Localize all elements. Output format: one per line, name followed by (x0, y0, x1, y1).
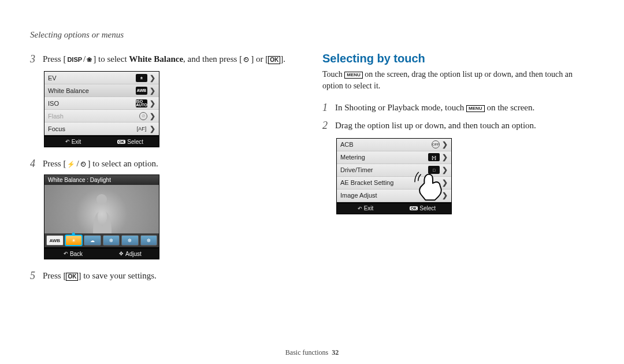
chevron-right-icon: ❯ (442, 191, 448, 199)
menu-row-white-balance: White Balance AWB ❯ (44, 84, 159, 97)
wb-chip: ❆ (140, 235, 158, 246)
ok-button-icon: OK (268, 56, 280, 64)
menu-row-metering: Metering [•] ❯ (337, 151, 451, 164)
flash-off-icon: ⊘ (139, 112, 147, 120)
wb-chip-daylight: ☀ (65, 235, 83, 246)
step-num-1: 1 (322, 101, 330, 115)
wb-title: White Balance : Daylight (44, 175, 159, 185)
timer-icon: ⏲ (79, 161, 88, 168)
adjust-icon: ✥ (119, 251, 124, 257)
chevron-right-icon: ❯ (150, 87, 155, 95)
menu-button-icon: MENU (344, 72, 363, 79)
wb-chip: ❆ (121, 235, 139, 246)
menu-row-iso: ISO ISO AUTO ❯ (44, 97, 159, 110)
timer-icon: ⏲ (242, 56, 251, 64)
menu-row-ae-bracket: AE Bracket Setting ❯ (337, 177, 451, 190)
chevron-right-icon: ❯ (150, 112, 155, 120)
ok-tag-icon: OK (117, 140, 126, 144)
step-4: 4 Press [⚡/⏲] to select an option. (30, 157, 302, 171)
chevron-right-icon: ❯ (442, 140, 448, 148)
acb-off-icon: OFF (432, 140, 440, 148)
right-column: Selecting by touch Touch MENU on the scr… (322, 23, 594, 287)
step-3: 3 Press [DISP/❀] to select White Balance… (30, 52, 302, 66)
macro-flower-icon: ❀ (86, 56, 93, 64)
wb-chip-awb: AWB (46, 235, 64, 246)
person-silhouette-icon (84, 191, 119, 233)
menu-button-icon: MENU (466, 105, 485, 112)
camera-menu-screenshot: EV ± ❯ White Balance AWB ❯ ISO ISO AUTO … (44, 71, 159, 147)
metering-icon: [•] (428, 153, 440, 161)
white-balance-preview: White Balance : Daylight AWB ☀ ☁ ❆ ❆ ❆ ↶… (44, 174, 159, 259)
awb-icon: AWB (136, 87, 147, 95)
image-adjust-icon (428, 191, 440, 199)
menu-row-focus: Focus [AF] ❯ (44, 122, 159, 135)
page-header: Selecting options or menus (30, 30, 124, 40)
touch-menu-screenshot: ACB OFF ❯ Metering [•] ❯ Drive/Timer □ ❯… (336, 138, 452, 214)
drive-icon: □ (428, 166, 440, 174)
menu-footer: ↶Exit OKSelect (44, 135, 159, 147)
ev-icon: ± (136, 74, 147, 82)
menu-row-ev: EV ± ❯ (44, 72, 159, 84)
chevron-right-icon: ❯ (442, 153, 448, 161)
step-3-text: Press [DISP/❀] to select White Balance, … (43, 52, 285, 66)
ok-tag-icon: OK (410, 206, 418, 210)
focus-icon: [AF] (136, 125, 147, 133)
page-footer: Basic functions 32 (0, 348, 624, 357)
wb-chip-strip: AWB ☀ ☁ ❆ ❆ ❆ (44, 233, 159, 247)
flash-bolt-icon: ⚡ (66, 161, 76, 168)
back-arrow-icon: ↶ (64, 251, 68, 257)
chevron-right-icon: ❯ (442, 179, 448, 187)
step-1: 1 In Shooting or Playback mode, touch ME… (322, 101, 594, 115)
step-5: 5 Press [OK] to save your settings. (30, 269, 302, 283)
step-num-5: 5 (30, 269, 38, 283)
menu-row-acb: ACB OFF ❯ (337, 139, 451, 151)
chevron-right-icon: ❯ (150, 125, 155, 133)
wb-footer: ↶Back ✥Adjust (44, 247, 159, 259)
menu-row-drive-timer: Drive/Timer □ ❯ (337, 164, 451, 177)
back-arrow-icon: ↶ (65, 139, 70, 144)
chevron-right-icon: ❯ (442, 166, 448, 174)
back-arrow-icon: ↶ (358, 206, 362, 211)
wb-chip: ❆ (103, 235, 120, 246)
wb-sample-image (44, 185, 159, 233)
section-heading: Selecting by touch (322, 52, 594, 65)
chevron-right-icon: ❯ (150, 74, 155, 82)
ok-button-icon: OK (66, 273, 78, 281)
wb-chip: ☁ (84, 235, 101, 246)
step-num-4: 4 (30, 157, 38, 171)
step-num-2: 2 (322, 118, 330, 133)
menu-row-image-adjust: Image Adjust ❯ (337, 190, 451, 202)
chevron-right-icon: ❯ (150, 99, 155, 107)
step-2: 2 Drag the option list up or down, and t… (322, 118, 594, 133)
menu-row-flash: Flash ⊘ ❯ (44, 110, 159, 122)
iso-icon: ISO AUTO (136, 99, 147, 107)
left-column: 3 Press [DISP/❀] to select White Balance… (30, 23, 302, 287)
section-body: Touch MENU on the screen, drag the optio… (322, 69, 594, 91)
step-num-3: 3 (30, 52, 38, 66)
disp-button-icon: DISP (66, 56, 83, 64)
ae-bracket-icon (428, 179, 440, 187)
menu-footer: ↶Exit OKSelect (337, 202, 451, 214)
